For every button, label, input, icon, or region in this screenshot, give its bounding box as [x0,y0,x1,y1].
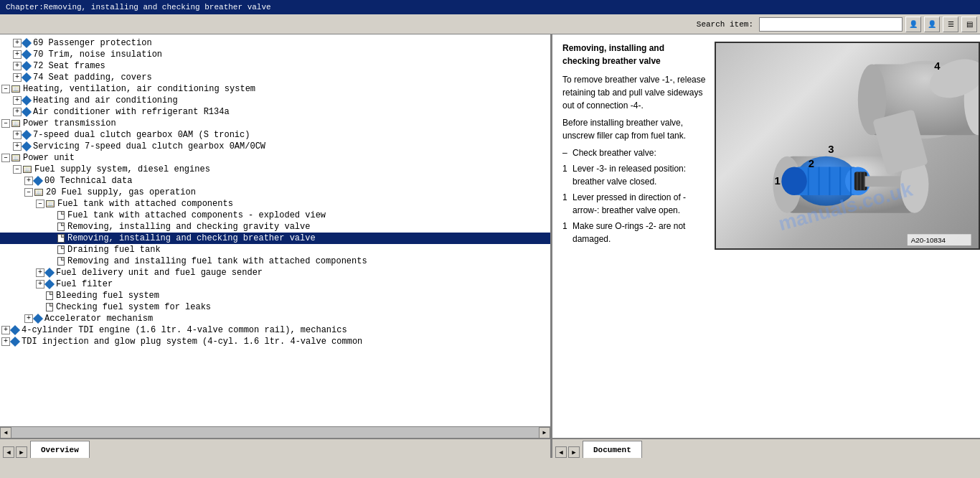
toolbar-btn-menu[interactable]: ▤ [961,17,977,32]
search-input[interactable] [759,17,903,32]
expander[interactable]: + [24,314,33,323]
expander[interactable]: – [13,165,22,174]
tree-item-69[interactable]: + 69 Passenger protection [0,37,550,49]
right-nav-right[interactable]: ▶ [568,446,580,458]
tree-item-heating-root[interactable]: – 📖 Heating, ventilation, air conditioni… [0,83,550,95]
expander[interactable]: – [36,200,44,208]
tab-document[interactable]: Document [583,441,642,458]
tree-item-heating-ac[interactable]: + Heating and air conditioning [0,95,550,106]
content-image-col: manuals.co.uk 1 2 3 4 A20-10834 [715,42,980,250]
tree-item-breather-valve[interactable]: Removing, installing and checking breath… [0,233,550,244]
tree-item-accelerator[interactable]: + Accelerator mechanism [0,313,550,324]
expander[interactable]: + [13,50,22,59]
expander[interactable]: – [1,154,10,162]
expander[interactable]: – [24,188,33,197]
diamond-icon [10,325,20,335]
tree-item-service-gearbox[interactable]: + Servicing 7-speed dual clutch gearbox … [0,141,550,152]
expander[interactable]: + [13,39,22,47]
diamond-icon [33,176,43,186]
expander[interactable]: + [1,337,10,346]
tree-item-fuel-tank-root[interactable]: – 📖 Fuel tank with attached components [0,198,550,210]
diamond-icon [10,337,20,347]
expander[interactable]: + [13,142,22,151]
expander[interactable]: + [13,73,22,82]
content-item-orings: 1 Make sure O-rings -2- are not damaged. [562,220,706,245]
svg-point-10 [781,167,807,195]
toolbar-btn-user1[interactable]: 👤 [905,17,921,32]
diamond-icon [22,130,32,140]
diamond-icon [22,107,32,117]
doc-icon [57,211,65,220]
tree-item-power-trans[interactable]: – 📖 Power transmission [0,118,550,129]
expander[interactable]: + [13,131,22,139]
diamond-icon [44,268,55,278]
tree-item-gearbox-7sp[interactable]: + 7-speed dual clutch gearbox 0AM (S tro… [0,129,550,141]
tree-item-fuel-delivery[interactable]: + Fuel delivery unit and fuel gauge send… [0,267,550,278]
diamond-icon [22,141,32,151]
valve-svg: manuals.co.uk 1 2 3 4 A20-10834 [716,43,979,248]
left-nav-right[interactable]: ▶ [16,446,27,458]
content-title: Removing, installing andchecking breathe… [562,42,706,67]
tab-overview[interactable]: Overview [30,441,90,458]
tree-item-drain-fuel[interactable]: Draining fuel tank [0,244,550,256]
svg-text:4: 4 [934,60,941,72]
tree-scroll[interactable]: + 69 Passenger protection + 70 Trim, noi… [0,34,550,426]
left-panel: + 69 Passenger protection + 70 Trim, noi… [0,34,552,458]
book-icon: 📖 [23,166,32,173]
toolbar: Search item: 👤 👤 ☰ ▤ [0,14,980,34]
tree-item-70[interactable]: + 70 Trim, noise insulation [0,49,550,60]
toolbar-btn-user2[interactable]: 👤 [924,17,940,32]
book-icon: 📖 [11,120,20,127]
doc-icon [57,245,65,254]
expander[interactable]: + [36,280,44,289]
scroll-right-btn[interactable]: ▶ [539,427,550,439]
content-text-col: Removing, installing andchecking breathe… [562,42,706,250]
expander[interactable]: – [1,85,10,93]
book-icon: 📖 [46,200,55,207]
tree-item-20-fuel[interactable]: – 📖 20 Fuel supply, gas operation [0,187,550,198]
content-flex: Removing, installing andchecking breathe… [562,42,970,250]
main-container: + 69 Passenger protection + 70 Trim, noi… [0,34,980,458]
scroll-track[interactable] [11,427,539,439]
toolbar-btn-list[interactable]: ☰ [943,17,958,32]
expander[interactable]: + [13,62,22,70]
expander[interactable]: + [13,108,22,116]
h-scrollbar[interactable]: ◀ ▶ [0,426,550,438]
tree-item-74[interactable]: + 74 Seat padding, covers [0,72,550,83]
tree-item-power-unit[interactable]: – 📖 Power unit [0,152,550,164]
expander[interactable]: + [36,268,44,277]
right-nav-arrows: ◀ ▶ [552,446,583,458]
right-panel: Removing, installing andchecking breathe… [552,34,980,458]
right-nav-left[interactable]: ◀ [555,446,567,458]
tree-item-72[interactable]: + 72 Seat frames [0,60,550,72]
content-para-before: Before installing breather valve, unscre… [562,116,706,142]
tree-item-tdi-injection[interactable]: + TDI injection and glow plug system (4-… [0,336,550,347]
right-bottom-bar: ◀ ▶ Document [552,438,980,458]
content-item-lever-released: 1 Lever -3- in released position: breath… [562,162,706,188]
tree-item-fuel-tank-exploded[interactable]: Fuel tank with attached components - exp… [0,210,550,221]
tree-item-00-tech[interactable]: + 00 Technical data [0,175,550,187]
tree-item-bleed-fuel[interactable]: Bleeding fuel system [0,290,550,301]
tree-item-remove-fuel-tank[interactable]: Removing and installing fuel tank with a… [0,256,550,267]
tree-item-4cyl-tdi[interactable]: + 4-cylinder TDI engine (1.6 ltr. 4-valv… [0,324,550,336]
tree-item-check-leaks[interactable]: Checking fuel system for leaks [0,301,550,313]
left-bottom-bar: ◀ ▶ Overview [0,438,550,458]
svg-text:A20-10834: A20-10834 [911,236,946,244]
expander[interactable]: + [1,326,10,334]
expander[interactable]: + [13,96,22,105]
title-text: Chapter:Removing, installing and checkin… [6,3,271,11]
tree-item-fuel-filter[interactable]: + Fuel filter [0,278,550,290]
tree-item-aircon-r134[interactable]: + Air conditioner with refrigerant R134a [0,106,550,118]
diamond-icon [22,50,32,60]
tree-item-gravity-valve[interactable]: Removing, installing and checking gravit… [0,221,550,233]
tree-item-fuel-supply-diesel[interactable]: – 📖 Fuel supply system, diesel engines [0,164,550,175]
diamond-icon [22,95,32,106]
book-icon: 📖 [11,154,20,161]
valve-image: manuals.co.uk 1 2 3 4 A20-10834 [715,42,980,250]
left-nav-left[interactable]: ◀ [3,446,14,458]
expander[interactable]: – [1,119,10,128]
scroll-left-btn[interactable]: ◀ [0,427,11,439]
left-nav-arrows: ◀ ▶ [0,446,30,458]
expander[interactable]: + [24,177,33,185]
content-item-lever-pressed: 1 Lever pressed in direction of -arrow-:… [562,191,706,217]
